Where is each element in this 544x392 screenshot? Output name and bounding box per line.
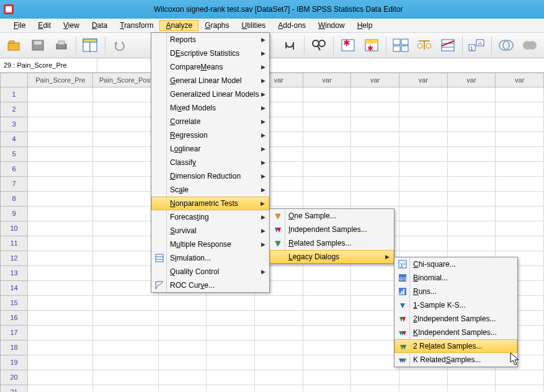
legacy-dialogs-submenu[interactable]: χ²Chi-square...0/1Binomial...Runs...1-Sa… [394, 257, 518, 367]
menu-item[interactable]: Scale▶ [151, 183, 269, 197]
cell[interactable] [28, 207, 93, 221]
menu-analyze[interactable]: Analyze [159, 20, 198, 31]
cell[interactable] [255, 355, 303, 370]
menu-file[interactable]: File [7, 20, 32, 31]
cell[interactable] [303, 117, 352, 132]
cell[interactable] [28, 251, 93, 266]
print-icon[interactable] [51, 35, 72, 56]
cell[interactable] [93, 192, 158, 207]
menu-item[interactable]: Regression▶ [151, 128, 269, 142]
cell[interactable] [28, 102, 93, 117]
cell[interactable] [399, 221, 448, 236]
cell[interactable] [28, 311, 93, 326]
row-header[interactable]: 1 [0, 87, 28, 102]
cell[interactable] [351, 132, 399, 147]
cell[interactable] [448, 192, 496, 207]
nonparametric-submenu[interactable]: One Sample...Independent Samples...Relat… [269, 208, 395, 264]
cell[interactable] [448, 236, 496, 251]
cell[interactable] [93, 266, 158, 281]
cell[interactable] [448, 207, 496, 221]
cell[interactable] [399, 162, 448, 177]
cell[interactable] [399, 192, 448, 207]
select-cases-icon[interactable] [437, 35, 458, 56]
row-header[interactable]: 13 [0, 266, 28, 281]
cell[interactable] [351, 162, 399, 177]
menu-item[interactable]: Simulation... [151, 251, 269, 265]
cell[interactable] [159, 341, 207, 355]
cell[interactable] [28, 385, 93, 392]
row-header[interactable]: 7 [0, 177, 28, 192]
menu-item[interactable]: Correlate▶ [151, 115, 269, 128]
cell[interactable] [28, 147, 93, 162]
menu-item[interactable]: Forecasting▶ [151, 210, 269, 224]
cell[interactable] [207, 296, 255, 311]
menu-help[interactable]: Help [351, 20, 379, 31]
cell[interactable] [28, 281, 93, 296]
cell[interactable] [28, 192, 93, 207]
split-file-icon[interactable] [390, 35, 411, 56]
cell[interactable] [255, 385, 303, 392]
cell[interactable] [351, 296, 399, 311]
cell[interactable] [28, 296, 93, 311]
cell[interactable] [159, 385, 207, 392]
cell[interactable] [496, 162, 544, 177]
cell[interactable] [351, 102, 399, 117]
cell[interactable] [303, 266, 352, 281]
row-header[interactable]: 17 [0, 326, 28, 341]
column-header[interactable]: var [496, 73, 544, 87]
cell[interactable] [93, 296, 158, 311]
cell[interactable] [399, 117, 448, 132]
cell[interactable] [351, 192, 399, 207]
cell[interactable] [351, 87, 399, 102]
cell[interactable] [159, 370, 207, 385]
row-header[interactable]: 8 [0, 192, 28, 207]
cell[interactable] [303, 102, 352, 117]
cell[interactable] [207, 370, 255, 385]
cell[interactable] [255, 326, 303, 341]
cell[interactable] [351, 281, 399, 296]
cell[interactable] [351, 266, 399, 281]
cell[interactable] [207, 326, 255, 341]
cell[interactable] [351, 385, 399, 392]
menu-item[interactable]: Independent Samples... [270, 223, 394, 236]
cell[interactable] [496, 207, 544, 221]
cell[interactable] [496, 370, 544, 385]
cell[interactable] [93, 385, 158, 392]
cell[interactable] [159, 296, 207, 311]
cell[interactable] [448, 102, 496, 117]
cell[interactable] [303, 355, 352, 370]
menu-item[interactable]: K Related Samples... [395, 353, 517, 367]
column-header[interactable]: Pain_Score_Post [93, 73, 158, 87]
cell[interactable] [399, 132, 448, 147]
cell[interactable] [448, 370, 496, 385]
menu-transform[interactable]: Transform [114, 20, 159, 31]
menu-item[interactable]: χ²Chi-square... [395, 257, 517, 271]
cell[interactable] [28, 355, 93, 370]
cell[interactable] [28, 87, 93, 102]
row-header[interactable]: 11 [0, 236, 28, 251]
menu-item[interactable]: Multiple Response▶ [151, 238, 269, 251]
cell[interactable] [255, 296, 303, 311]
cell[interactable] [93, 132, 158, 147]
analyze-menu[interactable]: Reports▶DEscriptive Statistics▶Compare M… [151, 32, 270, 293]
cell[interactable] [351, 117, 399, 132]
menu-view[interactable]: View [57, 20, 86, 31]
cell[interactable] [448, 385, 496, 392]
cell[interactable] [303, 341, 352, 355]
cell[interactable] [93, 326, 158, 341]
row-header[interactable]: 21 [0, 385, 28, 392]
data-view-icon[interactable] [80, 35, 101, 56]
cell[interactable] [496, 132, 544, 147]
menu-item[interactable]: Runs... [395, 285, 517, 298]
menu-item[interactable]: ROC Curve... [151, 278, 269, 292]
cell[interactable] [399, 102, 448, 117]
cell[interactable] [351, 326, 399, 341]
cell[interactable] [255, 370, 303, 385]
cell[interactable] [496, 87, 544, 102]
menu-item[interactable]: Generalized Linear Models▶ [151, 87, 269, 101]
row-header[interactable]: 12 [0, 251, 28, 266]
menu-item[interactable]: Classify▶ [151, 156, 269, 169]
cell[interactable] [351, 177, 399, 192]
menu-item[interactable]: K Independent Samples... [395, 326, 517, 339]
menu-item[interactable]: Survival▶ [151, 224, 269, 238]
